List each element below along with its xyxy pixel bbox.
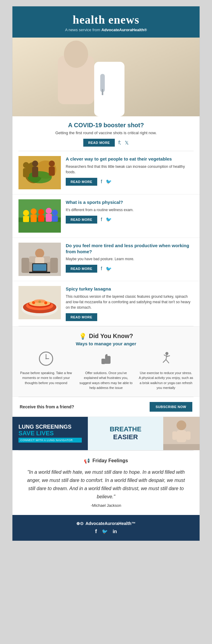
article-thumb-sports bbox=[18, 199, 61, 233]
article-actions-tired: READ MORE f 🐦 bbox=[66, 265, 194, 273]
svg-rect-41 bbox=[29, 272, 50, 273]
lung-middle: BREATHE EASIER bbox=[88, 417, 163, 450]
svg-rect-68 bbox=[163, 444, 200, 450]
hero-read-more-button[interactable]: READ MORE bbox=[83, 139, 115, 147]
footer-logo-icon: ⊕⊙ bbox=[76, 521, 84, 526]
svg-point-13 bbox=[23, 162, 29, 168]
svg-rect-40 bbox=[33, 264, 46, 271]
article-row-sports: What is a sports physical? It's differen… bbox=[12, 194, 200, 238]
article-actions-vegetables: READ MORE f 🐦 bbox=[66, 178, 194, 186]
svg-rect-31 bbox=[52, 216, 58, 222]
article-title-vegetables: A clever way to get people to eat their … bbox=[66, 156, 194, 162]
article-facebook-icon-sports[interactable]: f bbox=[101, 217, 102, 222]
lung-screening-banner: LUNG SCREENINGS SAVE LIVES CONNECT WITH … bbox=[12, 417, 200, 450]
svg-rect-4 bbox=[94, 62, 124, 116]
article-read-more-button-lasagna[interactable]: READ MORE bbox=[66, 313, 97, 321]
email-footer: ⊕⊙ AdvocateAuroraHealth™ f 🐦 in bbox=[12, 515, 200, 541]
svg-rect-17 bbox=[32, 167, 38, 177]
friday-feelings-quote: "In a world filled with hate, we must st… bbox=[25, 468, 187, 501]
article-thumb-tired bbox=[18, 243, 61, 276]
article-desc-vegetables: Researchers find that this little tweak … bbox=[66, 164, 194, 175]
svg-point-15 bbox=[49, 161, 55, 167]
subscribe-text: Receive this from a friend? bbox=[20, 404, 74, 409]
hero-action-row: READ MORE f; 𝕏 bbox=[25, 139, 187, 147]
header-subtitle: A news service from AdvocateAuroraHealth… bbox=[18, 28, 194, 32]
svg-rect-34 bbox=[22, 258, 29, 273]
dyk-subtitle: Ways to manage your anger bbox=[18, 341, 194, 346]
friday-feelings-header: 📢 Friday Feelings bbox=[25, 458, 187, 464]
lung-subtitle: CONNECT WITH A LUNG NAVIGATOR bbox=[18, 438, 82, 443]
article-desc-lasagna: This nutritious version of the layered c… bbox=[66, 294, 194, 310]
article-thumb-lasagna bbox=[18, 286, 61, 319]
svg-point-37 bbox=[35, 249, 44, 258]
footer-logo-text: AdvocateAuroraHealth™ bbox=[85, 521, 136, 526]
svg-point-14 bbox=[32, 161, 38, 167]
article-facebook-icon-vegetables[interactable]: f bbox=[101, 179, 102, 184]
article-twitter-icon-vegetables[interactable]: 🐦 bbox=[106, 179, 112, 184]
article-facebook-icon-tired[interactable]: f bbox=[101, 266, 102, 271]
dyk-tip-3: Use exercise to reduce your stress. A ph… bbox=[138, 351, 194, 390]
did-you-know-section: 💡 Did You Know? Ways to manage your ange… bbox=[12, 326, 200, 397]
dyk-title: Did You Know? bbox=[89, 333, 133, 340]
svg-point-23 bbox=[31, 208, 37, 214]
article-twitter-icon-tired[interactable]: 🐦 bbox=[106, 266, 112, 272]
article-thumb-vegetables bbox=[18, 156, 61, 189]
svg-rect-16 bbox=[23, 168, 29, 177]
svg-rect-20 bbox=[18, 221, 61, 233]
svg-rect-29 bbox=[38, 215, 44, 222]
subscribe-button[interactable]: SUBSCRIBE NOW bbox=[150, 402, 192, 412]
article-content-lasagna: Spicy turkey lasagna This nutritious ver… bbox=[66, 286, 194, 321]
dyk-bulb-icon: 💡 bbox=[79, 333, 87, 340]
svg-rect-66 bbox=[172, 431, 177, 440]
subscribe-banner: Receive this from a friend? SUBSCRIBE NO… bbox=[12, 397, 200, 417]
svg-point-64 bbox=[177, 420, 186, 430]
svg-rect-3 bbox=[73, 80, 91, 86]
svg-rect-65 bbox=[177, 430, 186, 442]
svg-rect-67 bbox=[186, 431, 190, 440]
hero-image-placeholder bbox=[12, 38, 200, 116]
article-actions-lasagna: READ MORE bbox=[66, 313, 194, 321]
lung-title-2: SAVE LIVES bbox=[18, 430, 82, 437]
dyk-tips-container: Pause before speaking. Take a few moment… bbox=[18, 351, 194, 390]
dyk-tip-2: Offer solutions. Once you've explained w… bbox=[78, 351, 134, 390]
hero-title: A COVID-19 booster shot? bbox=[25, 122, 187, 129]
svg-point-2 bbox=[64, 41, 88, 68]
footer-linkedin-icon[interactable]: in bbox=[113, 529, 117, 534]
footer-twitter-icon[interactable]: 🐦 bbox=[102, 529, 108, 534]
dyk-exercise-icon bbox=[138, 351, 194, 368]
hero-twitter-icon[interactable]: 𝕏 bbox=[125, 140, 129, 146]
article-read-more-button-vegetables[interactable]: READ MORE bbox=[66, 178, 97, 186]
article-desc-tired: Maybe you have bad posture. Learn more. bbox=[66, 256, 194, 262]
dyk-tip-3-text: Use exercise to reduce your stress. A ph… bbox=[138, 370, 194, 390]
svg-point-22 bbox=[23, 210, 29, 216]
dyk-clock-icon bbox=[18, 351, 74, 368]
dyk-header: 💡 Did You Know? bbox=[18, 333, 194, 340]
dyk-tip-2-text: Offer solutions. Once you've explained w… bbox=[78, 370, 134, 390]
svg-point-55 bbox=[45, 358, 47, 359]
article-content-sports: What is a sports physical? It's differen… bbox=[66, 199, 194, 224]
article-title-sports: What is a sports physical? bbox=[66, 199, 194, 205]
footer-facebook-icon[interactable]: f bbox=[95, 528, 97, 535]
lung-right-image bbox=[163, 417, 200, 450]
footer-social: f 🐦 in bbox=[18, 528, 194, 535]
svg-rect-28 bbox=[31, 214, 37, 222]
svg-rect-35 bbox=[50, 258, 58, 273]
dyk-tip-1: Pause before speaking. Take a few moment… bbox=[18, 351, 74, 390]
lung-left: LUNG SCREENINGS SAVE LIVES CONNECT WITH … bbox=[12, 417, 88, 450]
footer-logo: ⊕⊙ AdvocateAuroraHealth™ bbox=[18, 521, 194, 526]
svg-point-57 bbox=[165, 352, 168, 355]
hero-image bbox=[12, 38, 200, 116]
hero-facebook-icon[interactable]: f; bbox=[118, 140, 121, 145]
hero-content: A COVID-19 booster shot? Getting the fir… bbox=[12, 116, 200, 151]
megaphone-icon: 📢 bbox=[84, 458, 90, 464]
article-title-tired: Do you feel more tired and less producti… bbox=[66, 243, 194, 254]
article-read-more-button-tired[interactable]: READ MORE bbox=[66, 265, 97, 273]
svg-rect-30 bbox=[46, 214, 52, 222]
breathe-title: BREATHE bbox=[110, 426, 141, 433]
article-read-more-button-sports[interactable]: READ MORE bbox=[66, 216, 97, 224]
svg-point-24 bbox=[38, 209, 44, 215]
article-twitter-icon-sports[interactable]: 🐦 bbox=[106, 217, 112, 222]
header-title: health enews bbox=[18, 13, 194, 26]
svg-line-59 bbox=[163, 360, 166, 363]
article-row-vegetables: A clever way to get people to eat their … bbox=[12, 151, 200, 194]
